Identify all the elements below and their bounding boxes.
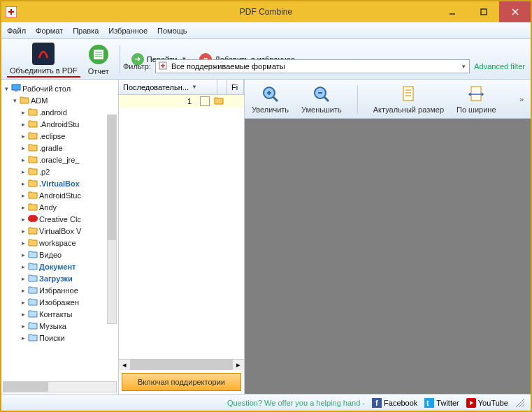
column-check[interactable] <box>217 80 227 94</box>
tree-item[interactable]: ▸.oracle_jre_ <box>3 154 117 165</box>
expand-icon[interactable]: ▸ <box>20 334 27 341</box>
filter-type-icon <box>159 61 168 72</box>
page-actual-icon <box>398 84 418 104</box>
tree-item[interactable]: ▸.AndroidStu <box>3 118 117 130</box>
expand-icon[interactable]: ▸ <box>20 228 27 235</box>
tree-item[interactable]: ▸Загрузки <box>3 272 117 284</box>
minimize-button[interactable] <box>436 1 468 22</box>
fit-width-button[interactable]: По ширине <box>456 84 496 114</box>
close-button[interactable] <box>499 1 531 22</box>
filter-label: Фильтр: <box>123 62 151 71</box>
folder-icon <box>28 286 38 295</box>
column-sequence[interactable]: Последовательн...▼ <box>119 80 217 94</box>
expand-icon[interactable]: ▸ <box>20 323 27 330</box>
expand-icon[interactable]: ▸ <box>20 287 27 294</box>
tree-item[interactable]: ▸AndroidStuc <box>3 189 117 201</box>
row-number: 1 <box>119 97 196 105</box>
preview-toolbar: Увеличить Уменьшить Актуальный размер По… <box>245 80 531 119</box>
expand-icon[interactable]: ▸ <box>20 180 27 187</box>
menu-edit[interactable]: Правка <box>73 27 99 35</box>
expand-icon[interactable]: ▸ <box>20 263 27 270</box>
tree-item[interactable]: ▸.p2 <box>3 165 117 177</box>
collapse-icon[interactable]: ▾ <box>3 85 10 92</box>
expand-icon[interactable]: ▸ <box>20 311 27 318</box>
svg-rect-12 <box>403 87 413 101</box>
row-checkbox[interactable] <box>200 96 210 106</box>
tree-item[interactable]: ▸Andy <box>3 201 117 213</box>
tree-item[interactable]: ▸Creative Clc <box>3 213 117 225</box>
file-list-panel: Последовательн...▼ Fi 1 ◂ ▸ Включая подд… <box>119 80 245 394</box>
include-subdirs-button[interactable]: Включая поддиректории <box>122 373 241 391</box>
zoom-in-button[interactable]: Увеличить <box>252 84 289 114</box>
expand-icon[interactable]: ▸ <box>20 109 27 116</box>
combine-pdf-button[interactable]: Объединить в PDF <box>7 41 80 78</box>
tree-adm[interactable]: ▾ ADM <box>3 94 117 106</box>
svg-text:f: f <box>375 399 378 407</box>
expand-icon[interactable]: ▸ <box>20 192 27 199</box>
tree-item[interactable]: ▸.gradle <box>3 142 117 154</box>
scroll-right-icon[interactable]: ▸ <box>233 360 244 370</box>
folder-icon <box>28 238 38 248</box>
report-icon <box>87 43 110 66</box>
folder-icon <box>28 226 38 236</box>
file-row[interactable]: 1 <box>119 95 244 108</box>
expand-icon[interactable]: ▸ <box>20 299 27 306</box>
column-file[interactable]: Fi <box>227 80 244 94</box>
expand-icon[interactable]: ▸ <box>20 156 27 163</box>
expand-icon[interactable]: ▸ <box>20 216 27 223</box>
svg-rect-7 <box>15 90 17 91</box>
collapse-icon[interactable]: ▾ <box>11 97 18 104</box>
tree-item[interactable]: ▸.VirtualBox <box>3 177 117 189</box>
tree-item[interactable]: ▸Контакты <box>3 308 117 320</box>
tree-item[interactable]: ▸.android <box>3 106 117 118</box>
resize-grip-icon[interactable] <box>515 398 525 408</box>
tree-item[interactable]: ▸Документ <box>3 260 117 272</box>
expand-icon[interactable]: ▸ <box>20 240 27 247</box>
fit-width-icon <box>466 84 486 104</box>
menu-favorites[interactable]: Избранное <box>108 27 148 35</box>
folder-icon <box>28 143 38 153</box>
menu-file[interactable]: Файл <box>7 27 26 35</box>
svg-rect-13 <box>471 87 481 101</box>
tree-horizontal-scrollbar[interactable] <box>3 381 117 392</box>
folder-icon <box>28 179 38 189</box>
tree-item[interactable]: ▸Музыка <box>3 320 117 332</box>
tree-item[interactable]: ▸Поиски <box>3 332 117 344</box>
filter-combo[interactable]: Все поддерживаемые форматы ▼ <box>155 59 470 73</box>
advanced-filter-link[interactable]: Advanced filter <box>474 62 525 71</box>
menu-help[interactable]: Помощь <box>157 27 187 35</box>
folder-icon <box>214 96 224 106</box>
expand-icon[interactable]: ▸ <box>20 145 27 152</box>
expand-icon[interactable]: ▸ <box>20 275 27 282</box>
tree-item[interactable]: ▸Избранное <box>3 284 117 296</box>
report-button[interactable]: Отчет <box>85 42 113 77</box>
svg-text:t: t <box>426 399 429 407</box>
menu-format[interactable]: Формат <box>36 27 63 35</box>
actual-size-button[interactable]: Актуальный размер <box>373 84 444 114</box>
tree-item[interactable]: ▸.eclipse <box>3 130 117 142</box>
youtube-link[interactable]: YouTube <box>466 398 508 408</box>
scroll-left-icon[interactable]: ◂ <box>119 360 130 370</box>
expand-icon[interactable]: ▸ <box>20 204 27 211</box>
facebook-link[interactable]: f Facebook <box>372 398 417 408</box>
svg-rect-1 <box>481 9 487 15</box>
expand-icon[interactable]: ▸ <box>20 251 27 258</box>
toolbar-overflow-icon[interactable]: » <box>519 95 524 103</box>
tree-item[interactable]: ▸Изображен <box>3 296 117 308</box>
folder-icon <box>28 321 38 331</box>
twitter-link[interactable]: t Twitter <box>424 398 459 408</box>
zoom-out-button[interactable]: Уменьшить <box>301 84 342 114</box>
facebook-icon: f <box>372 398 382 408</box>
tree-item[interactable]: ▸VirtualBox V <box>3 225 117 237</box>
expand-icon[interactable]: ▸ <box>20 168 27 175</box>
folder-icon <box>28 155 38 165</box>
file-list-scrollbar[interactable]: ◂ ▸ <box>119 359 244 370</box>
tree-item[interactable]: ▸Видео <box>3 249 117 260</box>
expand-icon[interactable]: ▸ <box>20 133 27 140</box>
folder-tree: ▾ Рабочий стол ▾ ADM ▸.android▸.AndroidS… <box>1 80 119 394</box>
maximize-button[interactable] <box>468 1 499 22</box>
tree-item[interactable]: ▸workspace <box>3 237 117 249</box>
expand-icon[interactable]: ▸ <box>20 121 27 128</box>
tree-root[interactable]: ▾ Рабочий стол <box>3 82 117 94</box>
tree-vertical-scrollbar[interactable] <box>107 115 117 324</box>
